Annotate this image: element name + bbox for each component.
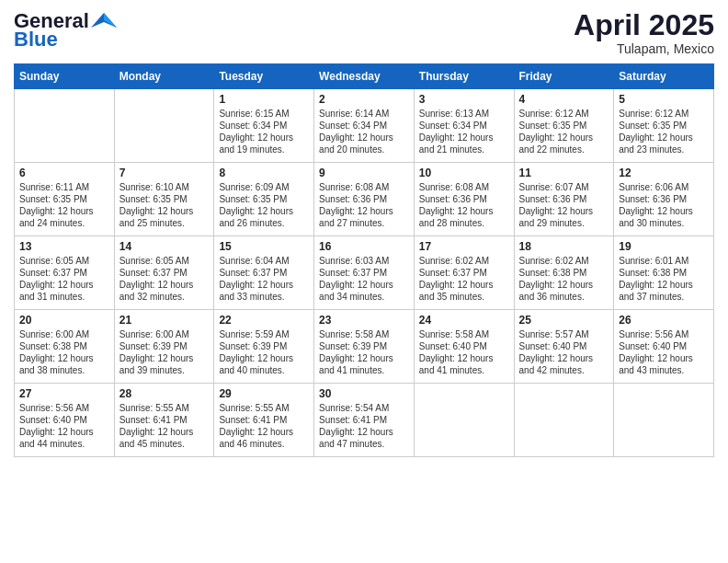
day-number: 18	[519, 240, 609, 253]
day-number: 16	[319, 240, 409, 253]
logo: General Blue	[14, 9, 117, 52]
day-info: Sunrise: 6:02 AMSunset: 6:38 PMDaylight:…	[519, 255, 609, 303]
page: General Blue April 2025 Tulapam, Mexico …	[0, 0, 728, 563]
day-info: Sunrise: 6:01 AMSunset: 6:38 PMDaylight:…	[619, 255, 709, 303]
day-number: 20	[19, 314, 109, 327]
calendar-cell: 1Sunrise: 6:15 AMSunset: 6:34 PMDaylight…	[214, 89, 314, 163]
day-info: Sunrise: 5:59 AMSunset: 6:39 PMDaylight:…	[219, 328, 309, 376]
calendar-cell: 14Sunrise: 6:05 AMSunset: 6:37 PMDayligh…	[114, 236, 214, 310]
logo-blue: Blue	[14, 28, 58, 52]
calendar-cell: 25Sunrise: 5:57 AMSunset: 6:40 PMDayligh…	[514, 310, 614, 384]
calendar-cell: 9Sunrise: 6:08 AMSunset: 6:36 PMDaylight…	[314, 163, 415, 236]
day-number: 27	[19, 387, 109, 400]
calendar-cell	[114, 89, 214, 163]
day-number: 24	[419, 314, 509, 327]
day-number: 22	[219, 314, 309, 327]
day-header-wednesday: Wednesday	[314, 64, 415, 89]
day-number: 12	[619, 167, 709, 179]
day-number: 11	[519, 167, 609, 179]
day-info: Sunrise: 6:02 AMSunset: 6:37 PMDaylight:…	[419, 255, 509, 303]
calendar-cell	[414, 384, 514, 457]
calendar-cell: 16Sunrise: 6:03 AMSunset: 6:37 PMDayligh…	[314, 236, 415, 310]
calendar-cell: 28Sunrise: 5:55 AMSunset: 6:41 PMDayligh…	[114, 384, 214, 457]
calendar-cell: 20Sunrise: 6:00 AMSunset: 6:38 PMDayligh…	[15, 310, 115, 384]
calendar-week-4: 20Sunrise: 6:00 AMSunset: 6:38 PMDayligh…	[15, 310, 714, 384]
calendar-cell: 29Sunrise: 5:55 AMSunset: 6:41 PMDayligh…	[214, 384, 314, 457]
calendar-cell: 19Sunrise: 6:01 AMSunset: 6:38 PMDayligh…	[614, 236, 714, 310]
day-number: 28	[119, 387, 210, 400]
day-info: Sunrise: 5:56 AMSunset: 6:40 PMDaylight:…	[19, 402, 109, 450]
calendar-table: SundayMondayTuesdayWednesdayThursdayFrid…	[14, 63, 714, 457]
day-info: Sunrise: 6:05 AMSunset: 6:37 PMDaylight:…	[19, 255, 109, 303]
calendar-cell: 12Sunrise: 6:06 AMSunset: 6:36 PMDayligh…	[614, 163, 714, 236]
day-info: Sunrise: 6:00 AMSunset: 6:38 PMDaylight:…	[19, 328, 109, 376]
day-info: Sunrise: 5:57 AMSunset: 6:40 PMDaylight:…	[519, 328, 609, 376]
day-number: 25	[519, 314, 609, 327]
calendar-week-2: 6Sunrise: 6:11 AMSunset: 6:35 PMDaylight…	[15, 163, 714, 236]
day-info: Sunrise: 6:04 AMSunset: 6:37 PMDaylight:…	[219, 255, 309, 303]
svg-marker-1	[104, 13, 117, 28]
calendar-cell	[514, 384, 614, 457]
day-number: 19	[619, 240, 709, 253]
day-number: 1	[219, 93, 309, 106]
day-header-friday: Friday	[514, 64, 614, 89]
calendar-header-row: SundayMondayTuesdayWednesdayThursdayFrid…	[15, 64, 714, 89]
day-info: Sunrise: 6:08 AMSunset: 6:36 PMDaylight:…	[319, 181, 409, 229]
calendar-cell: 17Sunrise: 6:02 AMSunset: 6:37 PMDayligh…	[414, 236, 514, 310]
calendar-cell: 2Sunrise: 6:14 AMSunset: 6:34 PMDaylight…	[314, 89, 415, 163]
day-info: Sunrise: 6:12 AMSunset: 6:35 PMDaylight:…	[519, 108, 609, 155]
day-number: 7	[119, 167, 210, 179]
calendar-cell: 11Sunrise: 6:07 AMSunset: 6:36 PMDayligh…	[514, 163, 614, 236]
day-number: 17	[419, 240, 509, 253]
day-number: 2	[319, 93, 409, 106]
calendar-cell: 3Sunrise: 6:13 AMSunset: 6:34 PMDaylight…	[414, 89, 514, 163]
day-number: 13	[19, 240, 109, 253]
day-info: Sunrise: 6:06 AMSunset: 6:36 PMDaylight:…	[619, 181, 709, 229]
calendar-cell: 8Sunrise: 6:09 AMSunset: 6:35 PMDaylight…	[214, 163, 314, 236]
day-number: 14	[119, 240, 210, 253]
day-info: Sunrise: 5:56 AMSunset: 6:40 PMDaylight:…	[619, 328, 709, 376]
day-info: Sunrise: 5:54 AMSunset: 6:41 PMDaylight:…	[319, 402, 409, 450]
day-info: Sunrise: 6:07 AMSunset: 6:36 PMDaylight:…	[519, 181, 609, 229]
calendar-cell: 4Sunrise: 6:12 AMSunset: 6:35 PMDaylight…	[514, 89, 614, 163]
day-info: Sunrise: 6:13 AMSunset: 6:34 PMDaylight:…	[419, 108, 509, 155]
calendar-cell: 5Sunrise: 6:12 AMSunset: 6:35 PMDaylight…	[614, 89, 714, 163]
day-info: Sunrise: 6:09 AMSunset: 6:35 PMDaylight:…	[219, 181, 309, 229]
title-block: April 2025 Tulapam, Mexico	[574, 9, 714, 56]
calendar-cell: 18Sunrise: 6:02 AMSunset: 6:38 PMDayligh…	[514, 236, 614, 310]
day-info: Sunrise: 6:05 AMSunset: 6:37 PMDaylight:…	[119, 255, 210, 303]
day-header-tuesday: Tuesday	[214, 64, 314, 89]
day-number: 4	[519, 93, 609, 106]
calendar-cell: 27Sunrise: 5:56 AMSunset: 6:40 PMDayligh…	[15, 384, 115, 457]
day-info: Sunrise: 6:08 AMSunset: 6:36 PMDaylight:…	[419, 181, 509, 229]
day-info: Sunrise: 6:11 AMSunset: 6:35 PMDaylight:…	[19, 181, 109, 229]
day-number: 15	[219, 240, 309, 253]
day-number: 8	[219, 167, 309, 179]
calendar-cell: 30Sunrise: 5:54 AMSunset: 6:41 PMDayligh…	[314, 384, 415, 457]
day-info: Sunrise: 5:55 AMSunset: 6:41 PMDaylight:…	[119, 402, 210, 450]
calendar-cell: 13Sunrise: 6:05 AMSunset: 6:37 PMDayligh…	[15, 236, 115, 310]
location-subtitle: Tulapam, Mexico	[574, 41, 714, 56]
day-info: Sunrise: 6:00 AMSunset: 6:39 PMDaylight:…	[119, 328, 210, 376]
day-number: 3	[419, 93, 509, 106]
day-info: Sunrise: 6:03 AMSunset: 6:37 PMDaylight:…	[319, 255, 409, 303]
day-header-sunday: Sunday	[15, 64, 115, 89]
calendar-cell: 10Sunrise: 6:08 AMSunset: 6:36 PMDayligh…	[414, 163, 514, 236]
day-info: Sunrise: 6:12 AMSunset: 6:35 PMDaylight:…	[619, 108, 709, 155]
logo-bird-icon	[91, 11, 117, 31]
calendar-cell: 26Sunrise: 5:56 AMSunset: 6:40 PMDayligh…	[614, 310, 714, 384]
calendar-cell: 7Sunrise: 6:10 AMSunset: 6:35 PMDaylight…	[114, 163, 214, 236]
calendar-cell	[15, 89, 115, 163]
day-number: 29	[219, 387, 309, 400]
calendar-cell: 15Sunrise: 6:04 AMSunset: 6:37 PMDayligh…	[214, 236, 314, 310]
calendar-cell	[614, 384, 714, 457]
calendar-cell: 21Sunrise: 6:00 AMSunset: 6:39 PMDayligh…	[114, 310, 214, 384]
calendar-cell: 23Sunrise: 5:58 AMSunset: 6:39 PMDayligh…	[314, 310, 415, 384]
day-header-thursday: Thursday	[414, 64, 514, 89]
calendar-week-1: 1Sunrise: 6:15 AMSunset: 6:34 PMDaylight…	[15, 89, 714, 163]
calendar-week-3: 13Sunrise: 6:05 AMSunset: 6:37 PMDayligh…	[15, 236, 714, 310]
day-header-monday: Monday	[114, 64, 214, 89]
day-number: 26	[619, 314, 709, 327]
day-number: 9	[319, 167, 409, 179]
day-header-saturday: Saturday	[614, 64, 714, 89]
